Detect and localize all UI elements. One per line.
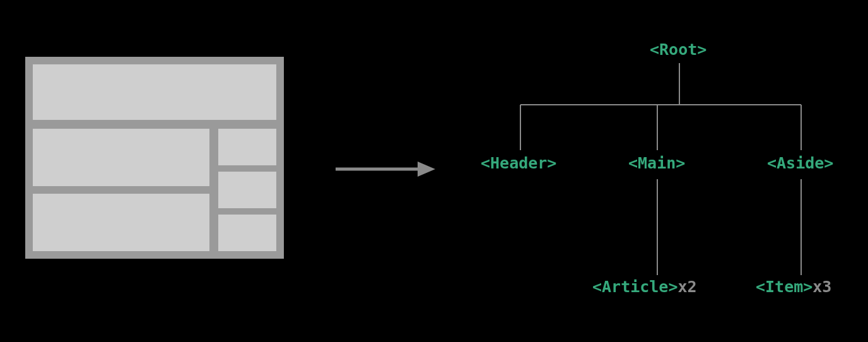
wireframe-header: [33, 64, 276, 120]
wireframe-aside-item: [218, 129, 276, 165]
multiplicity-label: x2: [677, 278, 696, 296]
tree-node-header: <Header>: [481, 154, 556, 172]
wireframe-aside-item: [218, 215, 276, 251]
multiplicity-label: x3: [812, 278, 831, 296]
wireframe-article: [33, 129, 209, 186]
tree-connector-lines: [467, 37, 845, 314]
tree-node-main: <Main>: [628, 154, 685, 172]
tag-label: <Header>: [481, 154, 556, 172]
tree-node-article: <Article>x2: [592, 278, 697, 296]
layout-wireframe: [25, 57, 284, 259]
tag-label: <Main>: [628, 154, 685, 172]
wireframe-aside-item: [218, 172, 276, 208]
tree-node-item: <Item>x3: [756, 278, 831, 296]
wireframe-aside: [218, 129, 276, 251]
tag-label: <Article>: [592, 278, 677, 296]
tree-node-root: <Root>: [650, 40, 707, 59]
component-tree: <Root> <Header> <Main> <Aside> <Article>…: [467, 37, 845, 314]
wireframe-article: [33, 194, 209, 251]
wireframe-body: [33, 129, 276, 251]
tag-label: <Aside>: [767, 154, 833, 172]
arrow-icon: [334, 160, 435, 178]
tree-node-aside: <Aside>: [767, 154, 833, 172]
wireframe-main: [33, 129, 209, 251]
tag-label: <Root>: [650, 40, 707, 59]
svg-marker-1: [418, 162, 435, 177]
tag-label: <Item>: [756, 278, 812, 296]
